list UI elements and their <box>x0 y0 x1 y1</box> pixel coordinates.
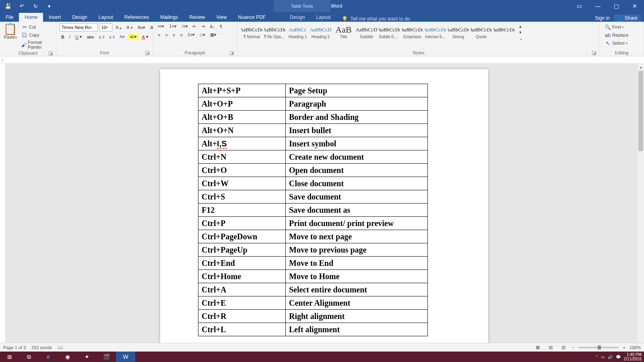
minimize-button[interactable]: — <box>588 0 607 12</box>
line-spacing-button[interactable]: ‡≡▾ <box>186 32 197 38</box>
font-size-combo[interactable]: 10▾ <box>99 23 112 31</box>
font-color-button[interactable]: A▾ <box>140 34 150 40</box>
align-center-button[interactable]: ≡ <box>163 32 169 38</box>
shortcuts-table[interactable]: Alt+P+S+PPage SetupAlt+O+PParagraphAlt+O… <box>198 84 428 336</box>
description-cell[interactable]: Center Alignment <box>286 296 428 310</box>
description-cell[interactable]: Page Setup <box>286 84 428 97</box>
replace-button[interactable]: abReplace <box>603 31 639 39</box>
table-row[interactable]: Ctrl+NCreate new document <box>198 150 428 164</box>
bold-button[interactable]: B <box>60 34 66 40</box>
style-tile[interactable]: AaBbCcHeading 1 <box>287 24 309 40</box>
shortcut-cell[interactable]: Ctrl+S <box>198 190 286 204</box>
vertical-scrollbar[interactable]: ▴ ▾ <box>638 64 644 352</box>
decrease-indent-button[interactable]: ⇤ <box>191 23 198 29</box>
shortcut-cell[interactable]: Ctrl+L <box>198 323 286 336</box>
tab-review[interactable]: Review <box>184 13 211 22</box>
shortcut-cell[interactable]: Ctrl+R <box>198 310 286 323</box>
font-name-combo[interactable]: Times New Ro▾ <box>60 23 98 31</box>
tab-nuance-pdf[interactable]: Nuance PDF <box>232 13 271 22</box>
align-right-button[interactable]: ≡ <box>171 32 177 38</box>
shortcut-cell[interactable]: Ctrl+E <box>198 296 286 310</box>
description-cell[interactable]: Insert symbol <box>286 137 428 150</box>
notifications-icon[interactable]: 💬 <box>616 355 621 359</box>
shortcut-cell[interactable]: Ctrl+O <box>198 164 286 177</box>
align-left-button[interactable]: ≡ <box>156 32 162 38</box>
tab-insert[interactable]: Insert <box>43 13 66 22</box>
chrome-button[interactable]: ◉ <box>58 352 77 362</box>
shrink-font-button[interactable]: A▾ <box>125 25 134 30</box>
description-cell[interactable]: Paragraph <box>286 97 428 111</box>
description-cell[interactable]: Open document <box>286 164 428 177</box>
qat-customize-button[interactable]: ▾ <box>43 1 55 11</box>
tab-design[interactable]: Design <box>66 13 93 22</box>
strikethrough-button[interactable]: abc <box>85 34 96 40</box>
paste-button[interactable]: 📋 Paste▾ <box>3 23 17 39</box>
show-marks-button[interactable]: ¶ <box>218 24 224 29</box>
table-row[interactable]: Ctrl+SSave document <box>198 190 428 204</box>
tray-chevron-icon[interactable]: ˄ <box>596 355 598 359</box>
shortcut-cell[interactable]: Ctrl+P <box>198 217 286 230</box>
table-row[interactable]: Ctrl+LLeft alignment <box>198 323 428 336</box>
description-cell[interactable]: Insert bullet <box>286 124 428 137</box>
highlight-button[interactable]: ab▾ <box>128 34 138 40</box>
shortcut-cell[interactable]: Ctrl+Home <box>198 270 286 283</box>
edge-button[interactable]: e <box>39 352 58 362</box>
table-row[interactable]: Ctrl+PageDownMove to next page <box>198 230 428 243</box>
style-tile[interactable]: AaBbCcDd <box>493 24 515 40</box>
styles-scroll-up[interactable]: ▴ <box>518 23 524 29</box>
app-button-2[interactable]: 🎬 <box>97 352 116 362</box>
table-row[interactable]: Ctrl+HomeMove to Home <box>198 270 428 283</box>
table-row[interactable]: Ctrl+EndMove to End <box>198 257 428 270</box>
scroll-up-button[interactable]: ▴ <box>638 64 644 70</box>
shortcut-cell[interactable]: Alt+O+B <box>198 111 286 124</box>
shortcut-cell[interactable]: F12 <box>198 204 286 217</box>
qat-save-button[interactable]: 💾 <box>2 1 14 11</box>
tab-view[interactable]: View <box>211 13 233 22</box>
description-cell[interactable]: Move to previous page <box>286 243 428 257</box>
description-cell[interactable]: Move to next page <box>286 230 428 243</box>
numbering-button[interactable]: 1≡▾ <box>167 23 178 29</box>
word-taskbar-button[interactable]: W <box>116 352 135 362</box>
increase-indent-button[interactable]: ⇥ <box>200 23 206 29</box>
styles-dialog-launcher[interactable]: ◢ <box>592 51 596 55</box>
tab-mailings[interactable]: Mailings <box>155 13 184 22</box>
shortcut-cell[interactable]: Alt+O+P <box>198 97 286 111</box>
select-button[interactable]: ↖Select▾ <box>603 39 639 47</box>
change-case-button[interactable]: Aa▾ <box>136 25 147 31</box>
text-effects-button[interactable]: A▾ <box>118 34 126 40</box>
start-button[interactable]: ⊞ <box>0 352 19 362</box>
table-row[interactable]: Alt+I,SInsert symbol <box>198 137 428 150</box>
tab-table-design[interactable]: Design <box>284 13 310 22</box>
table-row[interactable]: Alt+O+BBorder and Shading <box>198 111 428 124</box>
description-cell[interactable]: Right alignment <box>286 310 428 323</box>
tab-table-layout[interactable]: Layout <box>310 13 336 22</box>
word-count[interactable]: 252 words <box>31 345 52 350</box>
justify-button[interactable]: ≡ <box>178 32 184 38</box>
style-tile[interactable]: AaBbCcDdEmphasis <box>401 24 423 40</box>
superscript-button[interactable]: x2 <box>107 34 116 40</box>
zoom-in-button[interactable]: + <box>623 345 625 350</box>
table-row[interactable]: Ctrl+PageUpMove to previous page <box>198 243 428 257</box>
table-row[interactable]: Alt+O+PParagraph <box>198 97 428 111</box>
shortcut-cell[interactable]: Alt+O+N <box>198 124 286 137</box>
borders-button[interactable]: ▦▾ <box>208 32 218 38</box>
description-cell[interactable]: Save document as <box>286 204 428 217</box>
tab-file[interactable]: File <box>0 13 19 22</box>
qat-redo-button[interactable]: ↻ <box>30 1 41 11</box>
style-tile[interactable]: AaBbCcDSubtitle <box>355 24 378 40</box>
table-row[interactable]: Alt+P+S+PPage Setup <box>198 84 428 97</box>
clipboard-dialog-launcher[interactable]: ◢ <box>49 51 53 56</box>
copy-button[interactable]: ⿻Copy <box>20 31 53 39</box>
style-tile[interactable]: AaBbCcDdQuote <box>470 24 492 40</box>
scroll-thumb[interactable] <box>638 71 643 151</box>
zoom-level[interactable]: 100% <box>630 345 641 350</box>
description-cell[interactable]: Save document <box>286 190 428 204</box>
style-tile[interactable]: AaBTitle <box>332 24 355 40</box>
task-view-button[interactable]: ⧉ <box>19 352 39 362</box>
shortcut-cell[interactable]: Ctrl+W <box>198 177 286 190</box>
italic-button[interactable]: I <box>68 34 72 40</box>
styles-scroll-down[interactable]: ▾ <box>518 29 524 35</box>
read-mode-button[interactable]: ▦ <box>533 344 542 351</box>
table-row[interactable]: Ctrl+ECenter Alignment <box>198 296 428 310</box>
qat-undo-button[interactable]: ↶ <box>16 1 27 11</box>
